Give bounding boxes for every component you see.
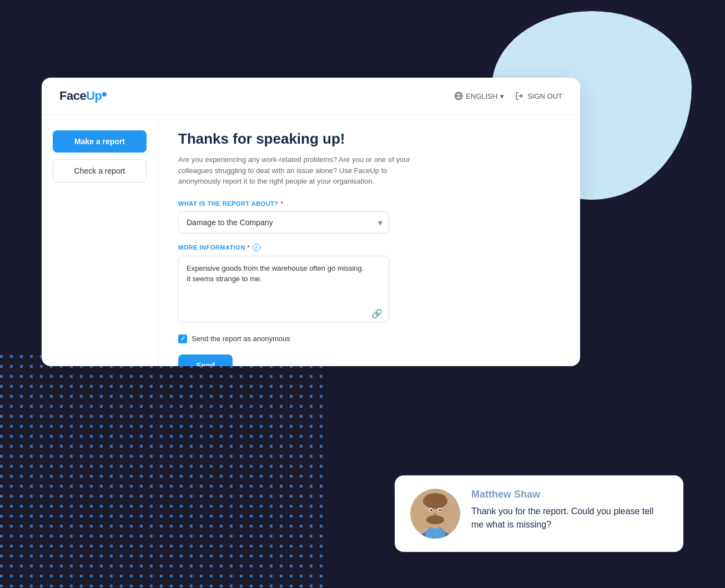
svg-rect-1: [0, 355, 328, 588]
logo: FaceUp: [59, 89, 107, 103]
anonymous-checkbox[interactable]: [178, 334, 187, 343]
header-right: ENGLISH ▾ SIGN OUT: [454, 92, 562, 100]
make-report-button[interactable]: Make a report: [53, 130, 147, 153]
chat-content: Matthew Shaw Thank you for the report. C…: [471, 489, 668, 531]
sidebar: Make a report Check a report: [42, 115, 158, 366]
chat-message-text: Thank you for the report. Could you plea…: [471, 505, 668, 531]
more-info-group: MORE INFORMATION * i Expensive goods fro…: [178, 244, 560, 325]
more-info-textarea[interactable]: Expensive goods from the warehouse often…: [178, 256, 389, 322]
page-description: Are you experiencing any work-related pr…: [178, 154, 411, 187]
anonymous-label: Send the report as anonymous: [192, 334, 290, 343]
report-type-group: WHAT IS THE REPORT ABOUT? * Damage to th…: [178, 200, 560, 234]
more-info-label: MORE INFORMATION * i: [178, 244, 560, 251]
svg-point-16: [439, 509, 441, 511]
main-card: FaceUp ENGLISH ▾ SIGN OUT: [42, 78, 580, 366]
svg-point-15: [430, 509, 432, 511]
globe-icon: [454, 92, 463, 100]
attachment-icon[interactable]: 🔗: [371, 308, 382, 319]
chat-card: Matthew Shaw Thank you for the report. C…: [395, 475, 683, 552]
report-type-select[interactable]: Damage to the Company Harassment Safety …: [178, 211, 389, 234]
signout-label: SIGN OUT: [527, 92, 562, 100]
svg-point-17: [434, 513, 437, 515]
logo-dot: [102, 92, 107, 97]
page-title: Thanks for speaking up!: [178, 130, 560, 148]
language-button[interactable]: ENGLISH ▾: [454, 92, 504, 100]
report-type-label: WHAT IS THE REPORT ABOUT? *: [178, 200, 560, 207]
logo-up: Up: [86, 89, 102, 103]
signout-button[interactable]: SIGN OUT: [515, 92, 562, 100]
dropdown-wrapper: Damage to the Company Harassment Safety …: [178, 211, 389, 234]
textarea-wrapper: Expensive goods from the warehouse often…: [178, 256, 389, 325]
more-info-required: *: [248, 244, 250, 251]
logo-face: Face: [59, 89, 86, 103]
required-indicator: *: [281, 200, 284, 207]
anonymous-checkbox-row: Send the report as anonymous: [178, 334, 560, 343]
avatar: [410, 489, 460, 539]
card-header: FaceUp ENGLISH ▾ SIGN OUT: [42, 78, 580, 115]
svg-point-12: [426, 515, 444, 524]
check-report-button[interactable]: Check a report: [53, 159, 147, 183]
chevron-down-icon: ▾: [500, 92, 504, 100]
main-content: Thanks for speaking up! Are you experien…: [158, 115, 580, 366]
info-icon: i: [253, 244, 260, 251]
signout-icon: [515, 92, 524, 100]
dots-background: [0, 355, 328, 588]
language-label: ENGLISH: [466, 92, 497, 100]
send-button[interactable]: Send: [178, 354, 233, 367]
chat-person-name: Matthew Shaw: [471, 489, 668, 500]
card-body: Make a report Check a report Thanks for …: [42, 115, 580, 366]
svg-point-11: [423, 493, 447, 509]
